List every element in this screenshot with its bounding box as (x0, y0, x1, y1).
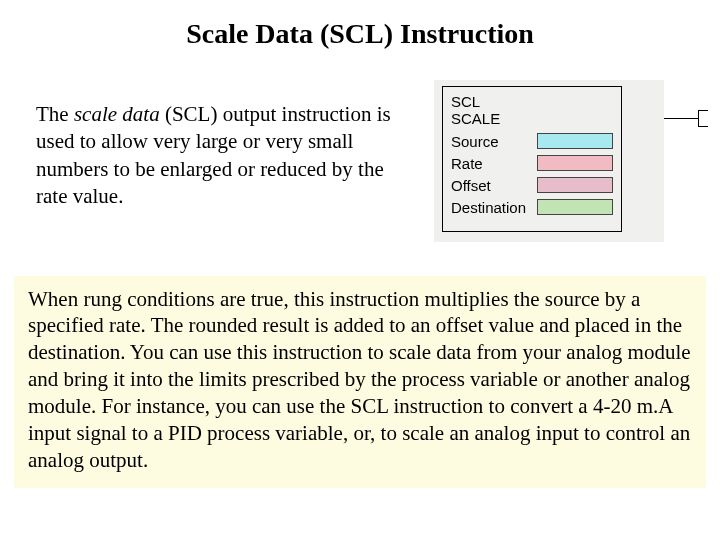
description-text: When rung conditions are true, this inst… (28, 287, 691, 472)
scl-diagram: SCL SCALE Source Rate Offset Destination (434, 80, 664, 242)
source-field-icon (537, 133, 613, 149)
scl-name: SCALE (451, 110, 613, 127)
page-title: Scale Data (SCL) Instruction (0, 18, 720, 50)
destination-field-icon (537, 199, 613, 215)
scl-row-source: Source (451, 133, 613, 150)
intro-paragraph: The scale data (SCL) output instruction … (36, 101, 416, 210)
scl-label-destination: Destination (451, 199, 526, 216)
offset-field-icon (537, 177, 613, 193)
scl-row-rate: Rate (451, 155, 613, 172)
scl-row-destination: Destination (451, 199, 613, 216)
scl-label-offset: Offset (451, 177, 491, 194)
ladder-rung-icon (664, 80, 710, 242)
scl-mnemonic: SCL (451, 93, 613, 110)
scl-box: SCL SCALE Source Rate Offset Destination (442, 86, 622, 232)
upper-section: The scale data (SCL) output instruction … (0, 80, 720, 242)
scl-row-offset: Offset (451, 177, 613, 194)
intro-italic: scale data (74, 102, 160, 126)
rate-field-icon (537, 155, 613, 171)
intro-prefix: The (36, 102, 74, 126)
scl-label-source: Source (451, 133, 499, 150)
scl-header: SCL SCALE (451, 93, 613, 128)
scl-label-rate: Rate (451, 155, 483, 172)
description-box: When rung conditions are true, this inst… (14, 276, 706, 488)
